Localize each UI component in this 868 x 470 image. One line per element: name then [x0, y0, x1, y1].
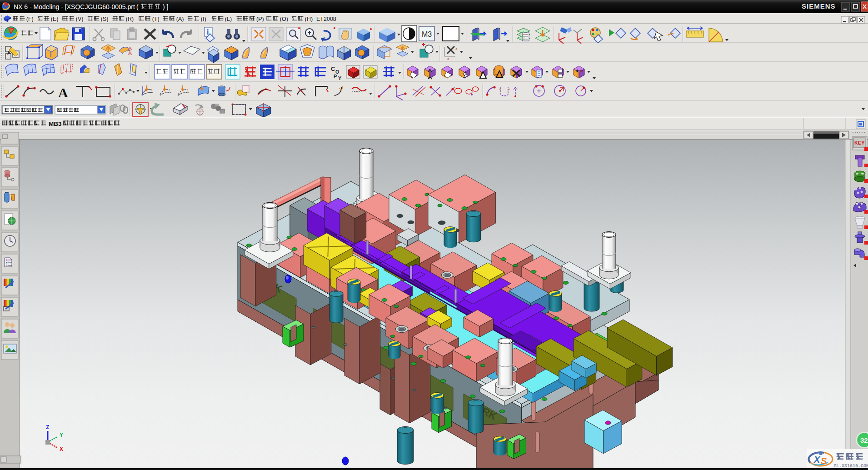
svg-text:(V): (V)	[76, 16, 84, 22]
svg-text:(H): (H)	[305, 16, 313, 22]
svg-text:(S): (S)	[101, 16, 109, 22]
svg-text:Z: Z	[46, 424, 49, 430]
svg-text:Y: Y	[338, 75, 342, 81]
svg-text:X: X	[60, 446, 63, 452]
svg-text:NX 6 - Modeling - [XSQCJGUG60-: NX 6 - Modeling - [XSQCJGUG60-0005.prt	[14, 3, 135, 10]
svg-text:x: x	[447, 56, 449, 61]
svg-text:(A): (A)	[176, 16, 184, 22]
svg-text:x: x	[455, 46, 458, 51]
svg-text:(I): (I)	[201, 16, 206, 22]
svg-text:(T): (T)	[152, 16, 160, 22]
svg-text:(: (	[136, 3, 139, 10]
svg-text:(R): (R)	[126, 16, 134, 22]
svg-text:A: A	[58, 85, 68, 100]
svg-text:(P): (P)	[256, 16, 264, 22]
svg-text:S: S	[821, 456, 827, 466]
svg-text:x: x	[580, 68, 582, 73]
svg-text:X: X	[813, 455, 821, 465]
svg-text:P: P	[334, 74, 337, 79]
svg-text:MB3: MB3	[49, 120, 62, 127]
svg-text:i: i	[207, 28, 209, 36]
svg-text:Y: Y	[60, 432, 63, 438]
svg-text:KEY: KEY	[854, 140, 865, 145]
svg-text:) ]: ) ]	[163, 3, 168, 10]
svg-text:(E): (E)	[51, 16, 59, 22]
svg-text:(F): (F)	[26, 16, 34, 22]
svg-text:SIEMENS: SIEMENS	[802, 2, 836, 10]
svg-text:(L): (L)	[225, 16, 232, 22]
svg-text:ET2008: ET2008	[316, 16, 336, 22]
svg-text:C: C	[331, 65, 335, 72]
svg-text:M3: M3	[422, 30, 432, 38]
svg-text:(O): (O)	[280, 16, 288, 22]
svg-text:ZL.XS1616.COM: ZL.XS1616.COM	[833, 464, 868, 469]
svg-text:32: 32	[860, 436, 868, 444]
